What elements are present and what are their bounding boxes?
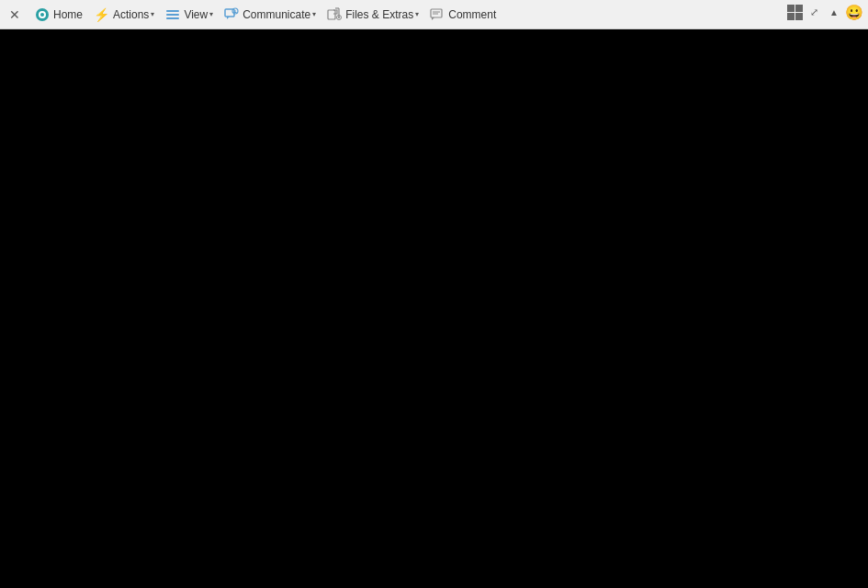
view-dropdown-chevron: ▾ — [209, 10, 213, 18]
lightning-icon: ⚡ — [94, 7, 109, 22]
toolbar-files-extras-label: Files & Extras — [345, 8, 413, 21]
toolbar-right-controls: ⤢ ▲ 😀 — [786, 2, 864, 22]
svg-rect-5 — [166, 17, 179, 19]
svg-point-2 — [40, 13, 44, 17]
collapse-button[interactable]: ▲ — [824, 2, 844, 22]
actions-dropdown-chevron: ▾ — [151, 10, 154, 18]
toolbar-communicate-label: Communicate — [242, 8, 310, 21]
communicate-icon — [224, 7, 239, 22]
svg-rect-3 — [166, 10, 179, 12]
toolbar-item-communicate[interactable]: Communicate ▾ — [219, 2, 321, 28]
close-button[interactable]: ✕ — [4, 4, 26, 26]
svg-rect-10 — [328, 10, 335, 19]
toolbar-home-label: Home — [53, 8, 83, 21]
toolbar-view-label: View — [184, 8, 208, 21]
comment-icon — [430, 7, 445, 22]
emoji-icon: 😀 — [845, 4, 863, 21]
up-arrow-icon: ▲ — [829, 7, 839, 17]
svg-rect-4 — [166, 14, 179, 16]
close-icon: ✕ — [9, 7, 20, 22]
emoji-button[interactable]: 😀 — [844, 2, 864, 22]
view-icon — [165, 7, 180, 22]
toolbar-item-home[interactable]: Home — [29, 2, 88, 28]
expand-icon-button[interactable]: ⤢ — [804, 2, 824, 22]
toolbar: ✕ Home ⚡ Actions ▾ View ▾ — [0, 0, 868, 29]
toolbar-comment-label: Comment — [448, 8, 496, 21]
toolbar-item-view[interactable]: View ▾ — [160, 2, 219, 28]
files-extras-icon — [327, 7, 342, 22]
grid-icon — [786, 5, 804, 20]
toolbar-item-comment[interactable]: Comment — [424, 2, 502, 28]
home-icon — [35, 7, 50, 22]
files-extras-dropdown-chevron: ▾ — [415, 10, 419, 18]
toolbar-item-files-extras[interactable]: Files & Extras ▾ — [321, 2, 424, 28]
toolbar-item-actions[interactable]: ⚡ Actions ▾ — [88, 2, 160, 28]
expand-icon: ⤢ — [810, 6, 818, 18]
main-content-area — [0, 29, 868, 588]
toolbar-actions-label: Actions — [113, 8, 149, 21]
communicate-dropdown-chevron: ▾ — [312, 10, 316, 18]
